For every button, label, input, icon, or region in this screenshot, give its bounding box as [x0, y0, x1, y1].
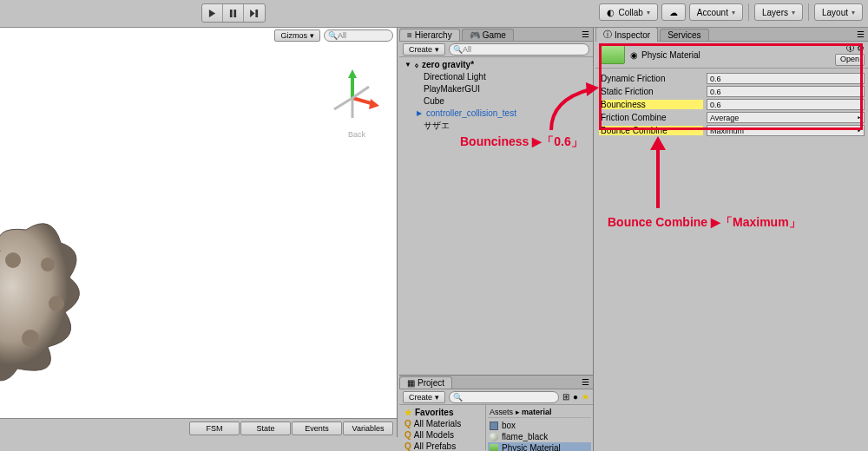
- panel-menu-icon[interactable]: ☰: [857, 29, 865, 39]
- play-controls: [201, 3, 266, 23]
- project-toolbar: Create▾ 🔍 ⊞ ● ★: [399, 389, 593, 405]
- hierarchy-item[interactable]: PlayMakerGUI: [403, 83, 589, 95]
- physic-material-icon: [601, 45, 625, 64]
- orientation-gizmo[interactable]: [322, 68, 383, 128]
- hierarchy-search[interactable]: 🔍All: [449, 43, 589, 56]
- layers-button[interactable]: Layers▾: [754, 3, 803, 21]
- filter-icon[interactable]: ●: [573, 392, 578, 402]
- physic-material-icon: [490, 444, 498, 452]
- tab-hierarchy[interactable]: ≡Hierarchy: [399, 29, 460, 41]
- cloud-icon: ☁: [669, 8, 678, 17]
- svg-marker-11: [369, 99, 379, 109]
- project-panel: ▦Project ☰ Create▾ 🔍 ⊞ ● ★ ★Favorites QA…: [399, 375, 594, 451]
- scene-root[interactable]: ▼⬨zero gravity*: [403, 59, 589, 71]
- inspector-tabs: ⓘInspector Services ☰: [595, 28, 868, 42]
- object-type-icon: ◉: [630, 50, 638, 60]
- gizmos-dropdown[interactable]: Gizmos▾: [274, 29, 320, 42]
- prefab-icon: [490, 422, 498, 430]
- project-assets: Assets ▸ material box flame_black Physic…: [486, 405, 593, 450]
- hierarchy-panel: ≡Hierarchy 🎮Game ☰ Create▾ 🔍All ▼⬨zero g…: [399, 28, 594, 375]
- svg-point-5: [41, 258, 55, 271]
- hierarchy-item[interactable]: サザエ: [403, 120, 589, 132]
- create-dropdown[interactable]: Create▾: [403, 391, 445, 403]
- svg-line-12: [334, 98, 352, 109]
- svg-rect-0: [230, 10, 233, 17]
- scene-view[interactable]: Back: [0, 43, 397, 418]
- divider: [808, 3, 809, 21]
- account-button[interactable]: Account▾: [689, 3, 743, 21]
- svg-point-6: [49, 296, 64, 311]
- gear-icon[interactable]: ⚙: [857, 43, 865, 53]
- info-icon: ⓘ: [603, 29, 612, 41]
- unity-icon: ⬨: [414, 59, 419, 71]
- breadcrumb[interactable]: Assets ▸ material: [488, 407, 591, 418]
- state-tab[interactable]: State: [240, 422, 291, 435]
- tab-project[interactable]: ▦Project: [399, 376, 452, 389]
- inspector-properties: Dynamic Friction 0.6 Static Friction 0.6…: [595, 69, 868, 141]
- filter-icon[interactable]: ⊞: [562, 392, 569, 402]
- friction-combine-dropdown[interactable]: Average‣: [707, 112, 865, 123]
- property-row: Bounce Combine Maximum‣: [599, 124, 865, 137]
- open-button[interactable]: Open: [835, 54, 865, 66]
- search-icon: 🔍: [453, 45, 463, 54]
- chevron-icon: ‣: [857, 114, 861, 122]
- material-icon: [490, 433, 498, 441]
- scene-search[interactable]: 🔍All: [324, 29, 393, 42]
- hierarchy-tree: ▼⬨zero gravity* Directional Light PlayMa…: [399, 57, 593, 134]
- star-icon[interactable]: ★: [582, 392, 589, 402]
- favorite-item[interactable]: QAll Models: [401, 429, 483, 441]
- property-label: Static Friction: [599, 87, 703, 96]
- pause-button[interactable]: [223, 4, 244, 22]
- hierarchy-item[interactable]: Directional Light: [403, 71, 589, 83]
- events-tab[interactable]: Events: [292, 422, 342, 435]
- hierarchy-item[interactable]: ▶controller_collision_test: [403, 108, 589, 120]
- asset-item[interactable]: box: [488, 420, 591, 431]
- step-button[interactable]: [244, 4, 265, 22]
- hierarchy-item[interactable]: Cube: [403, 95, 589, 108]
- svg-point-4: [5, 252, 21, 268]
- dynamic-friction-field[interactable]: 0.6: [707, 73, 865, 84]
- property-row: Bounciness 0.6: [599, 98, 865, 111]
- play-button[interactable]: [202, 4, 223, 22]
- help-icon[interactable]: 🛈: [846, 43, 855, 53]
- app-toolbar: ◐Collab▾ ☁ Account▾ Layers▾ Layout▾: [0, 0, 868, 28]
- asset-item[interactable]: flame_black: [488, 431, 591, 442]
- svg-rect-1: [233, 10, 236, 17]
- bounciness-field[interactable]: 0.6: [707, 99, 865, 110]
- project-folders: ★Favorites QAll Materials QAll Models QA…: [399, 405, 486, 450]
- tab-game[interactable]: 🎮Game: [462, 29, 514, 41]
- panel-menu-icon[interactable]: ☰: [582, 29, 589, 39]
- hierarchy-tabs: ≡Hierarchy 🎮Game ☰: [399, 28, 593, 42]
- panel-menu-icon[interactable]: ☰: [582, 377, 589, 387]
- property-row: Friction Combine Average‣: [599, 111, 865, 124]
- static-friction-field[interactable]: 0.6: [707, 86, 865, 97]
- favorites-folder[interactable]: ★Favorites: [401, 407, 483, 418]
- scene-toolbar: Gizmos▾ 🔍All: [274, 28, 393, 43]
- asset-item-selected[interactable]: Physic Material: [488, 442, 591, 451]
- property-label: Bounce Combine: [599, 126, 703, 135]
- inspector-panel: ⓘInspector Services ☰ ◉Physic Material 🛈…: [595, 28, 868, 451]
- tab-services[interactable]: Services: [660, 29, 708, 41]
- tab-inspector[interactable]: ⓘInspector: [595, 27, 658, 42]
- project-search[interactable]: 🔍: [449, 391, 559, 403]
- divider: [748, 3, 749, 21]
- bounce-combine-dropdown[interactable]: Maximum‣: [707, 125, 865, 136]
- cloud-button[interactable]: ☁: [661, 3, 686, 21]
- layout-button[interactable]: Layout▾: [814, 3, 863, 21]
- fsm-tab[interactable]: FSM: [189, 422, 240, 435]
- game-object-shell: [0, 217, 104, 390]
- svg-rect-2: [255, 10, 258, 17]
- gizmo-label: Back: [348, 130, 365, 139]
- svg-line-14: [352, 87, 369, 98]
- variables-tab[interactable]: Variables: [343, 422, 393, 435]
- create-dropdown[interactable]: Create▾: [403, 43, 445, 56]
- collab-button[interactable]: ◐Collab▾: [599, 3, 657, 21]
- property-label: Bounciness: [599, 100, 703, 109]
- scene-panel: Gizmos▾ 🔍All Back FSM State Events Varia…: [0, 28, 398, 437]
- property-label: Dynamic Friction: [599, 74, 703, 83]
- property-row: Dynamic Friction 0.6: [599, 72, 865, 85]
- chevron-icon: ‣: [857, 127, 861, 135]
- property-label: Friction Combine: [599, 113, 703, 122]
- favorite-item[interactable]: QAll Materials: [401, 418, 483, 429]
- favorite-item[interactable]: QAll Prefabs: [401, 441, 483, 451]
